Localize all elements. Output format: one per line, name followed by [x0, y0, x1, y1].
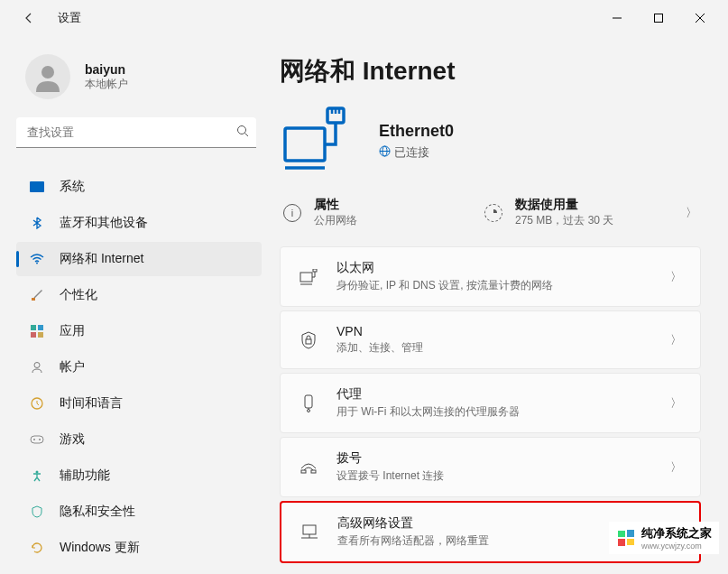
svg-point-2	[41, 66, 54, 79]
sidebar-item-gaming[interactable]: 游戏	[16, 422, 262, 457]
sidebar-item-label: 个性化	[60, 287, 97, 303]
shield-icon	[29, 504, 45, 520]
properties-stat[interactable]: i 属性 公用网络	[283, 197, 484, 228]
content-area: 网络和 Internet Ethernet0	[271, 36, 728, 574]
svg-point-12	[34, 363, 40, 368]
svg-rect-39	[618, 531, 625, 537]
sidebar-item-bluetooth[interactable]: 蓝牙和其他设备	[16, 206, 262, 240]
username: baiyun	[85, 62, 128, 77]
sidebar-item-personalization[interactable]: 个性化	[16, 278, 262, 312]
svg-rect-29	[313, 269, 317, 272]
svg-rect-34	[301, 470, 306, 473]
svg-rect-36	[303, 525, 316, 534]
svg-rect-27	[300, 273, 312, 282]
apps-icon	[29, 323, 45, 339]
network-state: 已连接	[379, 144, 454, 161]
sidebar-item-label: 帐户	[60, 359, 85, 375]
setting-title: 拨号	[336, 450, 670, 467]
svg-rect-7	[32, 298, 35, 301]
sidebar-item-label: 隐私和安全性	[60, 504, 135, 520]
chevron-right-icon: 〉	[670, 269, 682, 285]
usage-title: 数据使用量	[515, 197, 613, 213]
sidebar-item-update[interactable]: Windows 更新	[16, 531, 262, 565]
svg-rect-18	[285, 128, 325, 161]
svg-line-4	[245, 134, 249, 137]
info-icon: i	[283, 204, 301, 222]
usage-stat[interactable]: 数据使用量 275 MB，过去 30 天	[484, 197, 686, 228]
svg-point-16	[39, 439, 41, 440]
svg-point-32	[308, 409, 310, 412]
sidebar-item-apps[interactable]: 应用	[16, 314, 262, 348]
usage-icon	[484, 204, 502, 222]
svg-rect-1	[655, 14, 663, 23]
setting-desc: 用于 Wi-Fi 和以太网连接的代理服务器	[336, 404, 670, 420]
svg-rect-41	[618, 539, 625, 546]
svg-rect-30	[306, 339, 311, 344]
sidebar-item-label: 时间和语言	[60, 395, 123, 412]
svg-rect-5	[30, 181, 44, 192]
user-info[interactable]: baiyun 本地帐户	[16, 54, 271, 99]
ethernet-icon	[299, 269, 318, 285]
globe-icon	[379, 145, 391, 160]
setting-desc: 设置拨号 Internet 连接	[336, 468, 670, 484]
setting-title: 代理	[336, 386, 670, 403]
sidebar-item-label: Windows 更新	[60, 540, 140, 556]
close-button[interactable]	[679, 4, 721, 32]
sidebar-item-network[interactable]: 网络和 Internet	[16, 242, 262, 276]
advanced-network-icon	[299, 524, 319, 541]
update-icon	[29, 540, 45, 556]
sidebar-item-label: 系统	[60, 179, 85, 195]
svg-point-3	[238, 126, 246, 134]
person-icon	[29, 359, 45, 375]
account-type: 本地帐户	[85, 77, 128, 92]
brush-icon	[29, 287, 45, 303]
dialup-icon	[299, 461, 318, 474]
clock-icon	[29, 395, 45, 412]
minimize-button[interactable]	[596, 4, 638, 32]
settings-item-proxy[interactable]: 代理 用于 Wi-Fi 和以太网连接的代理服务器 〉	[280, 373, 701, 433]
usage-sub: 275 MB，过去 30 天	[515, 213, 613, 228]
svg-rect-40	[627, 530, 634, 537]
svg-point-17	[36, 471, 39, 474]
svg-rect-31	[305, 395, 312, 408]
sidebar-item-system[interactable]: 系统	[16, 170, 262, 204]
network-status: Ethernet0 已连接	[280, 106, 701, 175]
svg-rect-42	[627, 539, 634, 545]
watermark: 纯净系统之家 www.ycwjzy.com	[609, 522, 719, 554]
sidebar-item-label: 网络和 Internet	[60, 251, 143, 267]
ethernet-large-icon	[280, 106, 352, 175]
sidebar-item-time[interactable]: 时间和语言	[16, 386, 262, 421]
svg-rect-35	[311, 470, 316, 473]
page-title: 网络和 Internet	[280, 54, 701, 88]
accessibility-icon	[29, 468, 45, 484]
sidebar-item-label: 游戏	[60, 431, 85, 448]
sidebar-item-accessibility[interactable]: 辅助功能	[16, 458, 262, 493]
system-icon	[29, 179, 45, 195]
sidebar-item-label: 应用	[60, 323, 85, 339]
settings-item-vpn[interactable]: VPN 添加、连接、管理 〉	[280, 310, 701, 369]
chevron-right-icon: 〉	[670, 459, 682, 476]
chevron-right-icon: 〉	[670, 395, 682, 412]
settings-item-dialup[interactable]: 拨号 设置拨号 Internet 连接 〉	[280, 437, 701, 497]
sidebar-item-accounts[interactable]: 帐户	[16, 350, 262, 384]
wifi-icon	[29, 251, 45, 267]
search-input[interactable]	[16, 117, 256, 148]
proxy-icon	[299, 394, 318, 412]
vpn-shield-icon	[299, 331, 318, 349]
svg-point-6	[36, 263, 38, 264]
svg-point-15	[33, 439, 35, 440]
settings-item-ethernet[interactable]: 以太网 身份验证, IP 和 DNS 设置, 按流量计费的网络 〉	[280, 246, 701, 307]
properties-sub: 公用网络	[314, 213, 357, 228]
maximize-button[interactable]	[638, 4, 679, 32]
chevron-right-icon: 〉	[686, 205, 697, 221]
setting-desc: 添加、连接、管理	[336, 340, 670, 356]
network-name: Ethernet0	[379, 122, 454, 141]
properties-title: 属性	[314, 197, 357, 213]
gaming-icon	[29, 431, 45, 448]
svg-rect-9	[38, 325, 43, 330]
avatar	[25, 54, 70, 99]
back-button[interactable]	[14, 4, 43, 32]
setting-desc: 身份验证, IP 和 DNS 设置, 按流量计费的网络	[336, 278, 670, 293]
svg-rect-8	[31, 325, 36, 330]
sidebar-item-privacy[interactable]: 隐私和安全性	[16, 495, 262, 529]
